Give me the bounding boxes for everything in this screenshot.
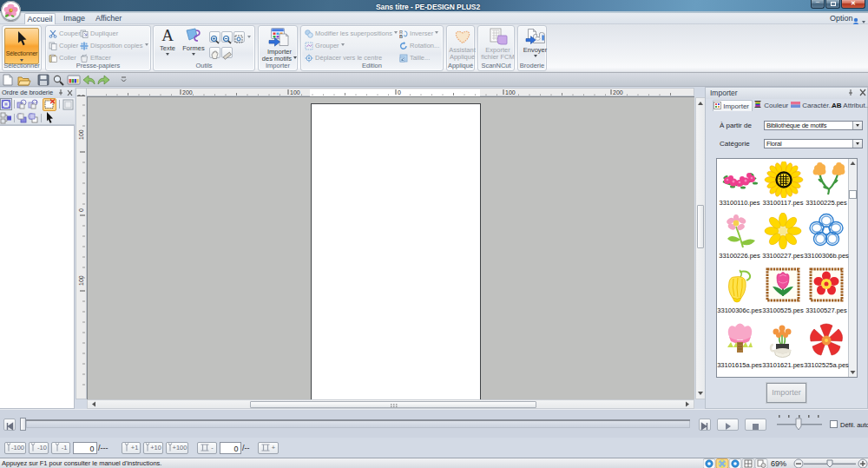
svg-text:B: B — [399, 34, 403, 38]
svg-text:100: 100 — [290, 89, 300, 96]
svg-text:A: A — [161, 28, 174, 43]
svg-text:100: 100 — [78, 275, 84, 286]
svg-text:100: 100 — [78, 129, 84, 140]
svg-text:0: 0 — [78, 208, 84, 212]
svg-text:200: 200 — [613, 89, 623, 96]
svg-text:69%: 69% — [771, 459, 786, 468]
svg-text:100: 100 — [505, 89, 516, 96]
svg-text:0: 0 — [398, 89, 401, 96]
svg-text:200: 200 — [182, 89, 193, 96]
